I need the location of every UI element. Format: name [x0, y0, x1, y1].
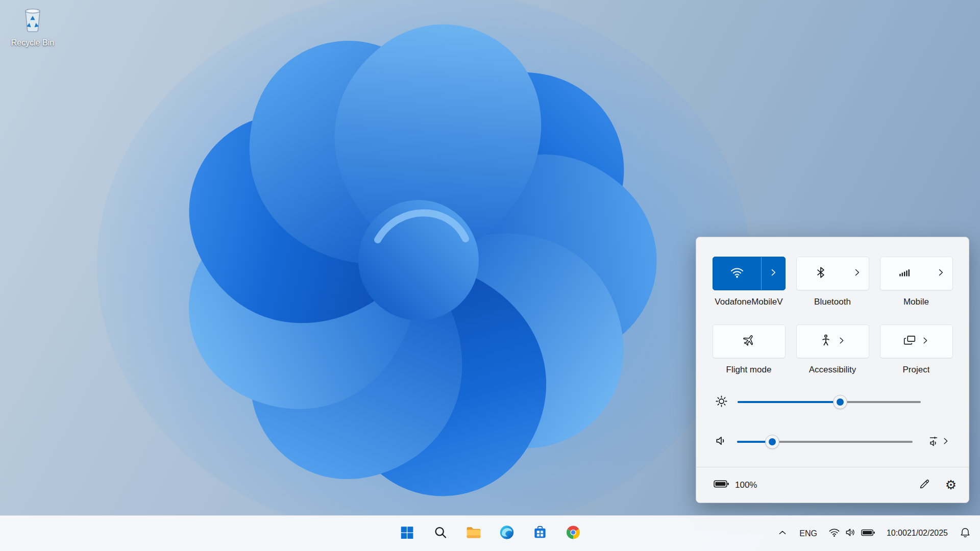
quick-settings-tile-grid: VodafoneMobileV Bluetooth: [713, 257, 952, 375]
tile-cell-mobile: Mobile: [880, 257, 953, 307]
bluetooth-icon: [814, 266, 827, 281]
sound-output-icon: [928, 435, 940, 449]
chrome-button[interactable]: [561, 521, 585, 546]
brightness-slider-fill: [738, 401, 840, 403]
wifi-tile-label: VodafoneMobileV: [715, 297, 782, 307]
bluetooth-toggle-button[interactable]: [797, 257, 845, 290]
taskbar-app-buttons: [395, 516, 585, 551]
tray-time: 10:00: [887, 528, 907, 539]
chevron-right-icon: [920, 336, 930, 347]
chevron-right-icon: [941, 436, 950, 448]
recycle-bin-icon: [18, 5, 47, 36]
brightness-slider[interactable]: [738, 395, 921, 409]
mobile-signal-icon: [898, 266, 911, 281]
tile-cell-accessibility: Accessibility: [796, 324, 869, 375]
mobile-tile-label: Mobile: [903, 297, 929, 307]
wifi-toggle-button[interactable]: [713, 257, 762, 290]
recycle-bin-label: Recycle Bin: [11, 38, 54, 47]
chevron-right-icon: [852, 267, 862, 280]
chevron-up-icon: [777, 527, 788, 540]
bluetooth-tile-label: Bluetooth: [814, 297, 851, 307]
notification-center-button[interactable]: [954, 521, 976, 546]
battery-status-button[interactable]: 100%: [709, 477, 761, 494]
tray-date: 21/02/2025: [907, 528, 948, 539]
tile-cell-flight-mode: Flight mode: [713, 324, 786, 375]
chrome-icon: [565, 524, 581, 542]
wifi-expand-button[interactable]: [762, 257, 785, 290]
edge-button[interactable]: [495, 521, 519, 546]
flight-mode-tile[interactable]: [713, 324, 786, 358]
flight-mode-tile-label: Flight mode: [726, 365, 772, 375]
language-indicator[interactable]: ENG: [795, 521, 822, 546]
recycle-bin-shortcut[interactable]: Recycle Bin: [6, 5, 59, 47]
volume-row: [715, 435, 950, 448]
show-hidden-icons-button[interactable]: [772, 521, 793, 546]
open-settings-button[interactable]: ⚙: [940, 474, 962, 496]
taskbar: ENG 10:00 21/02/2025: [0, 515, 980, 551]
windows-logo-icon: [400, 525, 415, 542]
quick-settings-footer: 100% ⚙: [696, 467, 969, 503]
speaker-tray-icon: [845, 527, 856, 540]
battery-icon: [714, 480, 729, 491]
flight-mode-icon: [742, 334, 755, 349]
project-tile-label: Project: [903, 365, 930, 375]
file-explorer-icon: [465, 524, 482, 543]
mobile-toggle-button[interactable]: [880, 257, 929, 290]
edit-quick-settings-button[interactable]: [914, 474, 935, 496]
sound-output-button[interactable]: [922, 435, 950, 449]
file-explorer-button[interactable]: [461, 521, 486, 546]
clock-button[interactable]: 10:00 21/02/2025: [882, 521, 952, 546]
wifi-tile[interactable]: [713, 257, 786, 290]
brightness-row: [715, 395, 950, 409]
volume-icon: [715, 434, 728, 449]
chevron-right-icon: [768, 267, 778, 280]
microsoft-store-icon: [532, 524, 548, 542]
taskbar-tray: ENG 10:00 21/02/2025: [772, 516, 976, 551]
tile-cell-bluetooth: Bluetooth: [796, 257, 869, 307]
volume-slider[interactable]: [737, 435, 913, 448]
wifi-tray-icon: [828, 527, 840, 540]
chevron-right-icon: [837, 336, 846, 347]
accessibility-tile-label: Accessibility: [809, 365, 856, 375]
quick-settings-actions: ⚙: [914, 474, 962, 496]
brightness-slider-thumb[interactable]: [834, 395, 847, 409]
search-button[interactable]: [428, 521, 453, 546]
mobile-expand-button[interactable]: [929, 257, 952, 290]
gear-icon: ⚙: [945, 479, 957, 491]
quick-settings-panel: VodafoneMobileV Bluetooth: [696, 237, 969, 503]
search-icon: [433, 525, 448, 542]
project-icon: [903, 334, 916, 349]
bluetooth-expand-button[interactable]: [845, 257, 869, 290]
project-tile[interactable]: [880, 324, 953, 358]
wifi-icon: [730, 265, 744, 282]
system-tray-status-button[interactable]: [824, 521, 880, 546]
microsoft-store-button[interactable]: [528, 521, 552, 546]
edge-icon: [499, 524, 514, 542]
brightness-icon: [715, 394, 728, 410]
tile-cell-project: Project: [880, 324, 953, 375]
mobile-tile[interactable]: [880, 257, 953, 290]
bluetooth-tile[interactable]: [796, 257, 869, 290]
bell-icon: [959, 527, 971, 541]
tile-cell-wifi: VodafoneMobileV: [713, 257, 786, 307]
quick-settings-sliders: [713, 395, 952, 448]
battery-tray-icon: [861, 529, 875, 539]
volume-slider-thumb[interactable]: [766, 435, 779, 448]
chevron-right-icon: [936, 267, 946, 280]
accessibility-tile[interactable]: [796, 324, 869, 358]
edit-icon: [918, 478, 930, 492]
accessibility-icon: [819, 334, 832, 349]
start-button[interactable]: [395, 521, 420, 546]
battery-percent-label: 100%: [735, 480, 757, 490]
